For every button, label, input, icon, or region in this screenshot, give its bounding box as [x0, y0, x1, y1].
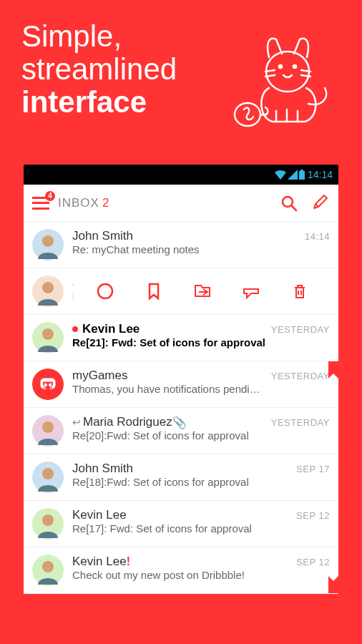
- email-item[interactable]: Joh Re:: [24, 268, 338, 315]
- email-item[interactable]: John SmithSEP 17 Re[18]:Fwd: Set of icon…: [24, 454, 338, 501]
- svg-point-24: [42, 561, 54, 572]
- svg-rect-5: [300, 170, 303, 171]
- svg-point-20: [42, 468, 54, 479]
- avatar: [32, 462, 64, 493]
- sender: Kevin Lee: [72, 508, 127, 522]
- avatar: [32, 555, 64, 586]
- inbox-count: 2: [102, 196, 109, 210]
- time: SEP 12: [296, 557, 330, 567]
- svg-point-16: [49, 384, 52, 386]
- svg-point-11: [42, 282, 54, 293]
- sender: Maria Rodriguez: [83, 415, 172, 429]
- subject: Re[20]:Fwd: Set of icons for approval: [72, 429, 330, 441]
- sender: Kevin Lee: [82, 322, 140, 336]
- status-time: 14:14: [308, 169, 333, 180]
- time: 14:14: [305, 231, 330, 242]
- email-item[interactable]: Kevin LeeSEP 12 Re[17]: Fwd: Set of icon…: [24, 501, 338, 547]
- sender: John Smith: [72, 229, 133, 243]
- android-status-bar: 14:14: [24, 165, 338, 185]
- email-item[interactable]: John Smith14:14 Re: myChat meeting notes: [24, 222, 338, 268]
- menu-badge: 4: [45, 191, 55, 201]
- inbox-title: INBOX: [58, 196, 99, 210]
- email-item[interactable]: Kevin Lee!SEP 12 Check out my new post o…: [24, 547, 338, 594]
- avatar: [32, 415, 64, 447]
- unread-icon[interactable]: [96, 282, 114, 301]
- email-item[interactable]: ↩Maria Rodriguez📎YESTERDAY Re[20]:Fwd: S…: [24, 408, 338, 454]
- svg-point-2: [293, 65, 296, 68]
- signal-icon: [288, 170, 298, 180]
- move-icon[interactable]: [193, 282, 212, 301]
- avatar: [32, 322, 64, 353]
- time: SEP 12: [296, 510, 330, 521]
- avatar: [32, 508, 64, 540]
- subject: Thomas, you have notifications pendi…: [72, 383, 330, 395]
- svg-line-7: [291, 205, 296, 210]
- subject: Re[17]: Fwd: Set of icons for approval: [72, 522, 330, 535]
- email-list[interactable]: John Smith14:14 Re: myChat meeting notes…: [24, 222, 338, 594]
- svg-point-18: [42, 421, 54, 433]
- svg-point-9: [42, 235, 54, 247]
- subject: Check out my new post on Dribbble!: [72, 569, 330, 581]
- time: YESTERDAY: [271, 371, 330, 381]
- sender: Kevin Lee: [72, 555, 127, 569]
- flag-icon: [328, 361, 338, 379]
- svg-point-15: [44, 384, 47, 386]
- svg-point-14: [42, 328, 54, 340]
- unread-dot: [72, 326, 78, 332]
- avatar-icon: [32, 369, 64, 400]
- app-header: 4 INBOX 2: [24, 185, 338, 222]
- attachment-icon: 📎: [172, 416, 187, 429]
- sender: myGames: [72, 369, 127, 383]
- wifi-icon: [275, 170, 286, 180]
- compose-icon[interactable]: [311, 194, 330, 213]
- priority-icon: !: [127, 555, 130, 568]
- cat-illustration: [226, 25, 348, 132]
- svg-point-0: [266, 52, 309, 92]
- svg-point-1: [279, 65, 282, 68]
- svg-point-22: [42, 514, 54, 526]
- reply-icon: ↩: [72, 416, 81, 428]
- spam-icon[interactable]: [242, 282, 260, 301]
- svg-point-12: [98, 284, 112, 298]
- sender: John Smith: [72, 462, 133, 476]
- email-item[interactable]: Kevin LeeYESTERDAY Re[21]: Fwd: Set of i…: [24, 315, 338, 361]
- email-item[interactable]: myGamesYESTERDAY Thomas, you have notifi…: [24, 361, 338, 408]
- time: SEP 17: [296, 464, 330, 474]
- svg-rect-4: [299, 171, 305, 180]
- flag-icon: [328, 576, 338, 593]
- subject: Re: myChat meeting notes: [72, 243, 330, 255]
- phone-screenshot: 14:14 4 INBOX 2 John Smith14:14 Re: myCh…: [24, 165, 338, 594]
- battery-icon: [299, 170, 305, 180]
- delete-icon[interactable]: [290, 282, 309, 301]
- time: YESTERDAY: [271, 417, 330, 428]
- time: YESTERDAY: [271, 324, 330, 335]
- search-icon[interactable]: [280, 194, 298, 213]
- subject: Re[18]:Fwd: Set of icons for approval: [72, 476, 330, 488]
- avatar: [32, 275, 64, 307]
- avatar: [32, 229, 64, 260]
- subject: Re[21]: Fwd: Set of icons for approval: [72, 336, 330, 348]
- menu-button[interactable]: 4: [32, 197, 49, 210]
- bookmark-icon[interactable]: [145, 282, 163, 301]
